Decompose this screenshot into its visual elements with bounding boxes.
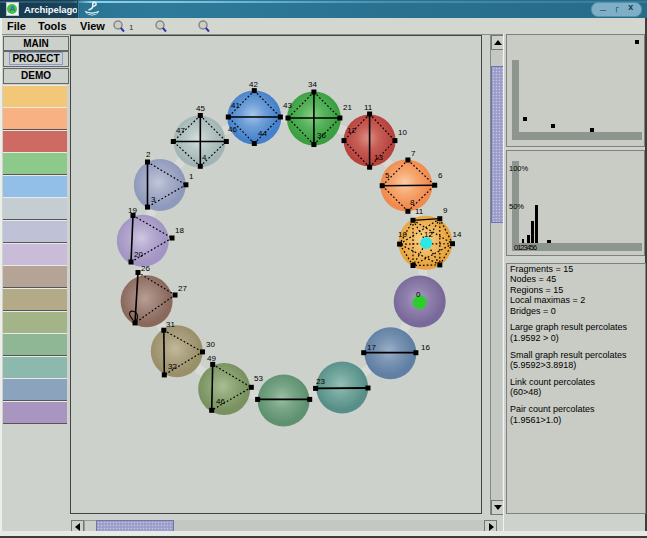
svg-text:42: 42 [249,80,258,89]
svg-text:21: 21 [343,103,352,112]
svg-text:1: 1 [189,172,194,181]
svg-text:16: 16 [421,343,430,352]
svg-text:9: 9 [443,206,448,215]
svg-text:44: 44 [258,129,267,138]
svg-text:14: 14 [453,230,462,239]
svg-text:12: 12 [347,126,356,135]
svg-text:4: 4 [202,153,207,162]
svg-text:46: 46 [228,125,237,134]
svg-text:3: 3 [151,195,156,204]
svg-text:8: 8 [410,198,415,207]
svg-text:18: 18 [175,226,184,235]
svg-text:41: 41 [231,101,240,110]
svg-text:53: 53 [254,374,263,383]
svg-text:43: 43 [283,101,292,110]
svg-text:19: 19 [128,206,137,215]
svg-text:2: 2 [146,150,151,159]
svg-text:23: 23 [316,377,325,386]
svg-text:6: 6 [438,171,443,180]
svg-text:0: 0 [416,290,421,299]
svg-text:32: 32 [168,362,177,371]
svg-text:13: 13 [374,153,383,162]
svg-text:11: 11 [415,207,424,216]
svg-text:47: 47 [176,126,185,135]
svg-text:26: 26 [141,264,150,273]
svg-text:49: 49 [207,354,216,363]
svg-text:17: 17 [367,343,376,352]
svg-text:45: 45 [196,104,205,113]
svg-text:10: 10 [398,128,407,137]
svg-text:1: 1 [129,23,134,32]
svg-text:20: 20 [134,250,143,259]
svg-text:11: 11 [364,103,373,112]
svg-text:30: 30 [206,340,215,349]
svg-text:7: 7 [411,149,416,158]
svg-text:12: 12 [424,230,433,239]
svg-text:10: 10 [398,230,407,239]
svg-text:36: 36 [317,131,326,140]
svg-text:27: 27 [178,284,187,293]
svg-text:31: 31 [166,320,175,329]
svg-text:34: 34 [308,80,317,89]
svg-text:5: 5 [385,171,390,180]
svg-text:46: 46 [216,397,225,406]
